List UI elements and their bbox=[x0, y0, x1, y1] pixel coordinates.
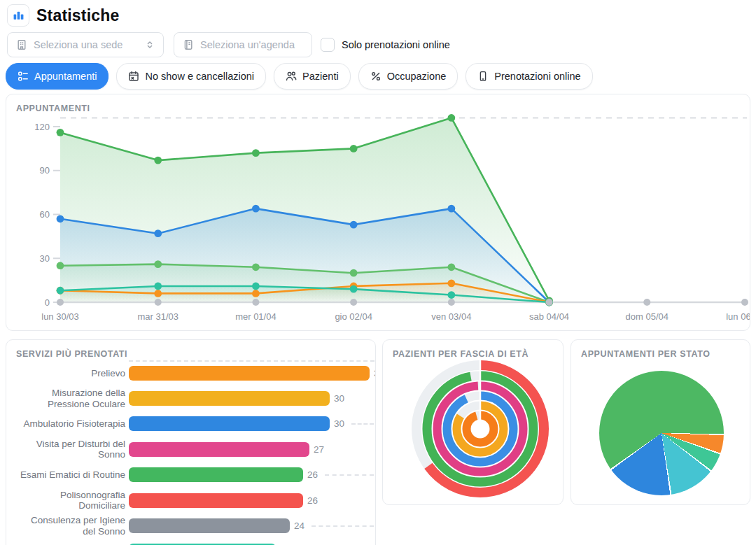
tab-label: Pazienti bbox=[302, 71, 339, 82]
bar-label: Esami Ematici di Routine bbox=[16, 469, 125, 480]
tab-appuntamenti[interactable]: Appuntamenti bbox=[6, 63, 108, 90]
bar-row: Visita per Disturbi del Sonno27 bbox=[16, 437, 375, 462]
bar-chart-icon bbox=[7, 4, 29, 27]
bar-gridline bbox=[351, 423, 374, 425]
appointments-line-chart: 0306090120lun 30/03mar 31/03mer 01/04gio… bbox=[6, 94, 750, 331]
bar-value: 26 bbox=[307, 469, 318, 480]
svg-text:30: 30 bbox=[40, 253, 50, 264]
tab-no-show-e-cancellazioni[interactable]: No show e cancellazioni bbox=[116, 63, 266, 90]
bar bbox=[129, 416, 330, 431]
users-icon bbox=[286, 71, 297, 82]
bar bbox=[129, 391, 330, 406]
bar bbox=[129, 467, 303, 482]
tab-occupazione[interactable]: Occupazione bbox=[358, 63, 458, 90]
bar-chart-gridline bbox=[129, 360, 374, 362]
bar bbox=[129, 366, 370, 381]
bar-value: 26 bbox=[307, 495, 318, 506]
bar-label: Misurazione della Pressione Oculare bbox=[16, 388, 125, 409]
status-title: APPUNTAMENTI PER STATO bbox=[581, 349, 710, 359]
smartphone-icon bbox=[477, 71, 489, 82]
tab-label: Prenotazioni online bbox=[494, 71, 580, 82]
svg-text:lun 06/04: lun 06/04 bbox=[726, 311, 750, 322]
bar-gridline bbox=[312, 525, 374, 527]
tab-label: Appuntamenti bbox=[34, 71, 97, 82]
bar-label: Prelievo bbox=[16, 368, 125, 378]
status-pie-chart bbox=[599, 371, 724, 495]
bar-gridline bbox=[325, 474, 374, 476]
online-only-checkbox[interactable] bbox=[321, 38, 335, 52]
appointments-chart-title: APPUNTAMENTI bbox=[16, 104, 90, 113]
status-chart-card: APPUNTAMENTI PER STATO bbox=[570, 339, 750, 505]
building-icon bbox=[16, 39, 27, 50]
percent-icon bbox=[370, 71, 382, 82]
top-services-title: SERVIZI PIÙ PRENOTATI bbox=[16, 349, 127, 359]
bar-value: 36 bbox=[374, 368, 376, 378]
bar-label: Polisonnografia Domiciliare bbox=[16, 490, 125, 511]
page-title: Statistiche bbox=[36, 6, 120, 25]
svg-text:120: 120 bbox=[34, 122, 50, 132]
bar-value: 27 bbox=[314, 444, 324, 455]
online-only-filter: Solo prenotazioni online bbox=[321, 38, 450, 52]
top-services-chart-card: SERVIZI PIÙ PRENOTATI Prelievo36Misurazi… bbox=[6, 339, 376, 545]
bar-row: Polisonnografia Domiciliare26 bbox=[16, 488, 375, 513]
tab-label: No show e cancellazioni bbox=[145, 71, 254, 82]
bar-value: 30 bbox=[334, 393, 344, 404]
age-groups-chart-card: PAZIENTI PER FASCIA DI ETÀ bbox=[382, 339, 564, 505]
tab-label: Occupazione bbox=[387, 71, 447, 82]
top-services-bar-chart: Prelievo36Misurazione della Pressione Oc… bbox=[16, 360, 375, 545]
bar-row: Esami Ematici di Routine26 bbox=[16, 462, 375, 488]
svg-text:0: 0 bbox=[45, 297, 50, 308]
online-only-label: Solo prenotazioni online bbox=[342, 39, 450, 50]
appointments-chart-card: 0306090120lun 30/03mar 31/03mer 01/04gio… bbox=[6, 94, 750, 331]
bar-value: 30 bbox=[334, 418, 344, 429]
bar-row: Misurazione della Pressione Oculare30 bbox=[16, 385, 375, 411]
bar-row: Prelievo36 bbox=[16, 360, 375, 385]
svg-text:mar 31/03: mar 31/03 bbox=[137, 311, 178, 322]
agenda-select-placeholder: Seleziona un'agenda bbox=[200, 39, 303, 50]
svg-text:gio 02/04: gio 02/04 bbox=[335, 311, 372, 322]
bar-row: Ambulatorio Fisioterapia30 bbox=[16, 411, 375, 437]
calendar-x-icon bbox=[128, 71, 139, 82]
svg-text:sab 04/04: sab 04/04 bbox=[529, 311, 569, 322]
location-select[interactable]: Seleziona una sede bbox=[7, 32, 164, 57]
bar-label: Consulenza per Igiene del Sonno bbox=[16, 515, 125, 536]
list-icon bbox=[18, 71, 29, 82]
tab-prenotazioni-online[interactable]: Prenotazioni online bbox=[465, 63, 592, 90]
age-groups-donut-chart bbox=[403, 352, 557, 505]
svg-text:ven 03/04: ven 03/04 bbox=[431, 311, 471, 322]
bar-row bbox=[16, 539, 375, 545]
bar-label: Visita per Disturbi del Sonno bbox=[16, 439, 125, 460]
statistics-page: Statistiche Seleziona una sede Seleziona… bbox=[0, 0, 756, 545]
page-header: Statistiche bbox=[7, 4, 120, 27]
bar-value: 24 bbox=[294, 521, 304, 531]
chevrons-updown-icon bbox=[145, 40, 155, 50]
svg-text:dom 05/04: dom 05/04 bbox=[626, 311, 668, 322]
stats-tabs: AppuntamentiNo show e cancellazioniPazie… bbox=[6, 63, 593, 90]
location-select-placeholder: Seleziona una sede bbox=[34, 39, 139, 50]
filters-bar: Seleziona una sede Seleziona un'agenda S… bbox=[7, 32, 450, 57]
svg-text:mer 01/04: mer 01/04 bbox=[235, 311, 276, 322]
bar-label: Ambulatorio Fisioterapia bbox=[16, 418, 125, 429]
bar bbox=[129, 518, 290, 533]
bar-row: Consulenza per Igiene del Sonno24 bbox=[16, 513, 375, 538]
agenda-select[interactable]: Seleziona un'agenda bbox=[174, 32, 312, 57]
svg-text:lun 30/03: lun 30/03 bbox=[41, 311, 79, 322]
tab-pazienti[interactable]: Pazienti bbox=[274, 63, 351, 90]
bar bbox=[129, 442, 309, 457]
bar bbox=[129, 493, 303, 508]
agenda-icon bbox=[183, 39, 194, 50]
svg-text:60: 60 bbox=[40, 209, 50, 220]
svg-text:90: 90 bbox=[40, 165, 50, 176]
